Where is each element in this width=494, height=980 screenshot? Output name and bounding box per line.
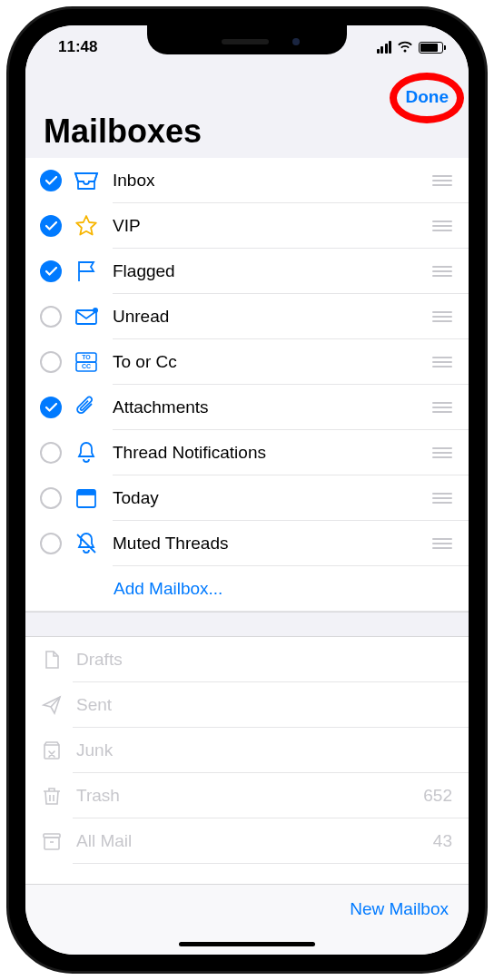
mailbox-row[interactable]: Muted Threads (25, 521, 469, 566)
add-mailbox-label: Add Mailbox... (114, 579, 222, 599)
checkbox[interactable] (40, 351, 62, 373)
checkbox[interactable] (40, 487, 62, 509)
drag-handle-icon[interactable] (432, 447, 452, 458)
mailbox-row[interactable]: Unread (25, 294, 469, 339)
checkbox[interactable] (40, 533, 62, 554)
checkbox[interactable] (40, 170, 62, 191)
notch (147, 25, 347, 54)
secondary-mailbox-label: Sent (76, 695, 452, 715)
tocc-icon: TOCC (73, 348, 100, 376)
mailbox-row[interactable]: Thread Notifications (25, 430, 469, 475)
paperplane-icon (40, 693, 64, 717)
svg-point-1 (93, 308, 98, 313)
mailbox-label: VIP (113, 216, 432, 236)
secondary-mailbox-row[interactable]: Drafts (25, 637, 469, 682)
mailbox-row[interactable]: VIP (25, 203, 469, 249)
new-mailbox-button[interactable]: New Mailbox (350, 899, 449, 919)
mailbox-label: Inbox (113, 171, 432, 191)
signal-icon (377, 41, 392, 54)
status-time: 11:48 (58, 38, 97, 56)
mailbox-label: Today (113, 488, 432, 508)
secondary-mailbox-label: All Mail (76, 831, 433, 851)
status-icons (377, 41, 444, 54)
archivebox-icon (40, 829, 64, 853)
drag-handle-icon[interactable] (432, 220, 452, 231)
paperclip-icon (73, 394, 100, 421)
checkbox[interactable] (40, 442, 62, 464)
mailbox-label: Flagged (113, 261, 432, 281)
toolbar: New Mailbox (25, 884, 469, 955)
secondary-mailbox-label: Drafts (76, 650, 452, 670)
trash-icon (40, 784, 64, 808)
checkbox[interactable] (40, 306, 62, 328)
secondary-mailbox-label: Trash (76, 786, 423, 806)
drag-handle-icon[interactable] (432, 266, 452, 277)
checkbox[interactable] (40, 260, 62, 282)
mailbox-label: Muted Threads (113, 534, 432, 554)
add-mailbox-row[interactable]: Add Mailbox... (25, 566, 469, 612)
star-icon (73, 212, 100, 240)
flag-icon (73, 258, 100, 285)
section-separator (25, 612, 469, 637)
svg-text:TO: TO (82, 354, 91, 360)
drag-handle-icon[interactable] (432, 175, 452, 186)
bell-icon (73, 439, 100, 466)
secondary-mailbox-row[interactable]: Trash652 (25, 773, 469, 818)
done-button[interactable]: Done (406, 87, 450, 107)
secondary-mailbox-row[interactable]: Sent (25, 682, 469, 728)
doc-icon (40, 648, 64, 671)
mailbox-row[interactable]: Attachments (25, 385, 469, 430)
svg-text:CC: CC (82, 363, 91, 369)
svg-rect-11 (44, 834, 60, 838)
mailbox-label: Attachments (113, 397, 432, 417)
page-title: Mailboxes (44, 73, 450, 158)
secondary-mailbox-row[interactable]: All Mail43 (25, 818, 469, 864)
calendar-icon (73, 485, 100, 512)
drag-handle-icon[interactable] (432, 402, 452, 413)
svg-rect-10 (44, 838, 59, 849)
tray-icon (73, 167, 100, 194)
junk-icon (40, 739, 64, 762)
svg-rect-0 (76, 310, 96, 324)
mailbox-label: To or Cc (113, 352, 432, 372)
nav-bar: Done Mailboxes (25, 69, 469, 158)
mailbox-row[interactable]: TOCCTo or Cc (25, 339, 469, 385)
checkbox[interactable] (40, 215, 62, 237)
wifi-icon (397, 41, 413, 54)
svg-rect-9 (44, 745, 59, 759)
checkbox[interactable] (40, 397, 62, 418)
secondary-mailbox-count: 43 (433, 831, 452, 851)
drag-handle-icon[interactable] (432, 538, 452, 549)
home-indicator[interactable] (179, 942, 315, 946)
primary-mailbox-list: InboxVIPFlaggedUnreadTOCCTo or CcAttachm… (25, 158, 469, 566)
drag-handle-icon[interactable] (432, 311, 452, 322)
bell-slash-icon (73, 530, 100, 557)
svg-rect-8 (77, 493, 95, 495)
mailbox-label: Thread Notifications (113, 443, 432, 463)
mailbox-row[interactable]: Inbox (25, 158, 469, 203)
drag-handle-icon[interactable] (432, 493, 452, 504)
screen: 11:48 Done Mailboxes InboxVIPFlaggedUnre… (25, 25, 469, 955)
drag-handle-icon[interactable] (432, 357, 452, 368)
battery-icon (419, 42, 443, 54)
mailbox-row[interactable]: Today (25, 475, 469, 521)
envelope-badge-icon (73, 303, 100, 330)
secondary-mailbox-list: DraftsSentJunkTrash652All Mail43 (25, 637, 469, 864)
phone-frame: 11:48 Done Mailboxes InboxVIPFlaggedUnre… (9, 9, 485, 971)
secondary-mailbox-label: Junk (76, 740, 452, 760)
mailbox-label: Unread (113, 307, 432, 327)
secondary-mailbox-row[interactable]: Junk (25, 728, 469, 773)
secondary-mailbox-count: 652 (423, 786, 452, 806)
mailbox-row[interactable]: Flagged (25, 249, 469, 294)
